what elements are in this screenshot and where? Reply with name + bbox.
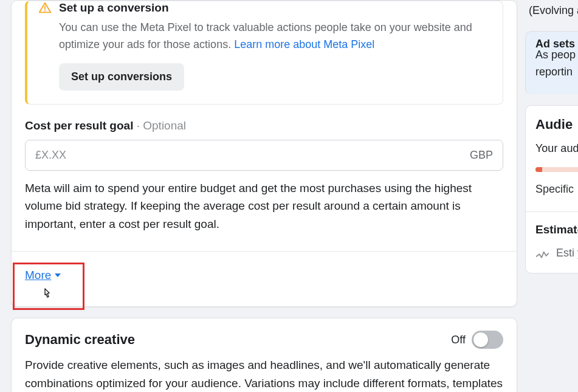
currency-label: GBP bbox=[463, 149, 493, 162]
toggle-knob bbox=[473, 332, 488, 347]
adsets-info-body: As peop controls reportin bbox=[525, 41, 578, 94]
audience-spectrum-bar bbox=[535, 167, 578, 172]
dynamic-creative-toggle[interactable] bbox=[472, 331, 503, 349]
dynamic-toggle-wrap: Off bbox=[451, 331, 503, 349]
spectrum-specific-label: Specific bbox=[535, 183, 578, 196]
dynamic-desc-text: Provide creative elements, such as image… bbox=[25, 359, 503, 392]
cost-label-text: Cost per result goal bbox=[25, 119, 133, 132]
conversion-description: You can use the Meta Pixel to track valu… bbox=[59, 19, 489, 53]
cursor-pointer-icon bbox=[41, 287, 54, 305]
dynamic-creative-description: Provide creative elements, such as image… bbox=[25, 356, 503, 392]
adsets-info-text: As peop controls reportin bbox=[535, 47, 578, 81]
evolving-text-fragment: (Evolving affect y bbox=[525, 0, 578, 31]
cost-per-result-input-row[interactable]: GBP bbox=[25, 140, 503, 171]
dynamic-creative-title: Dynamic creative bbox=[25, 332, 135, 348]
dynamic-creative-card: Dynamic creative Off Provide creative el… bbox=[11, 318, 517, 392]
learn-more-pixel-link[interactable]: Learn more about Meta Pixel bbox=[234, 38, 374, 50]
cost-per-result-label: Cost per result goal · Optional bbox=[25, 119, 503, 132]
conversion-cost-card: Set up a conversion You can use the Meta… bbox=[11, 0, 517, 307]
setup-conversions-button[interactable]: Set up conversions bbox=[59, 63, 184, 91]
audience-title: Audie bbox=[535, 117, 578, 132]
chevron-down-icon bbox=[55, 273, 61, 277]
activity-icon bbox=[535, 249, 549, 262]
estimated-text: Esti your not bbox=[556, 245, 578, 261]
more-label-text: More bbox=[25, 269, 51, 282]
estimated-title: Estimated bbox=[535, 223, 578, 236]
toggle-state-label: Off bbox=[451, 334, 466, 346]
dynamic-creative-header: Dynamic creative Off bbox=[25, 331, 503, 349]
cost-per-result-input[interactable] bbox=[35, 149, 463, 162]
warning-icon bbox=[38, 1, 52, 15]
audience-subtitle: Your audi bbox=[535, 142, 578, 155]
more-section: More bbox=[12, 251, 517, 294]
svg-point-1 bbox=[44, 10, 46, 11]
audience-card: Audie Your audi Specific Estimated Esti … bbox=[525, 105, 578, 273]
setup-conversion-banner: Set up a conversion You can use the Meta… bbox=[25, 1, 503, 105]
more-toggle-link[interactable]: More bbox=[25, 269, 61, 282]
cost-helper-text: Meta will aim to spend your entire budge… bbox=[25, 179, 503, 233]
estimated-row: Esti your not bbox=[535, 245, 578, 262]
conversion-title: Set up a conversion bbox=[59, 1, 489, 15]
optional-indicator: · Optional bbox=[137, 119, 186, 132]
